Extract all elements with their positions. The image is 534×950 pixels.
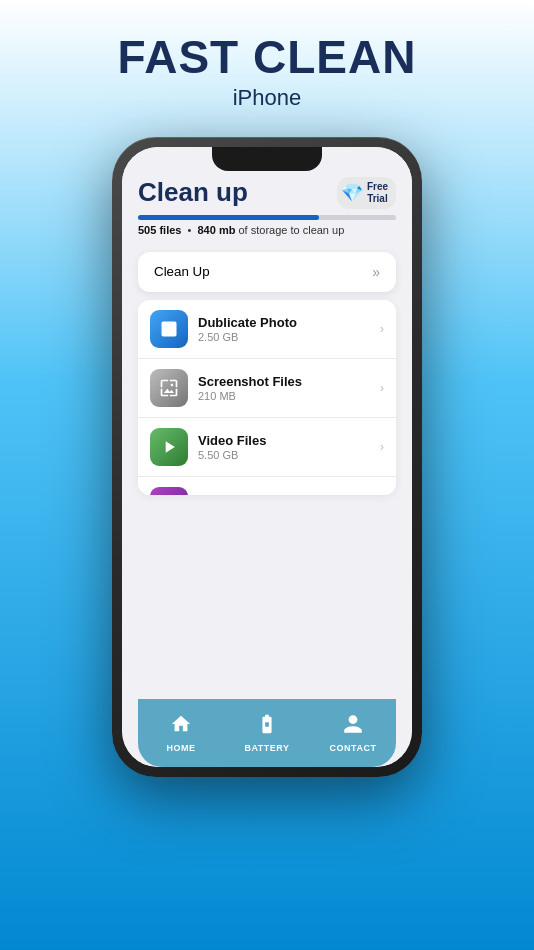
cleanup-button[interactable]: Clean Up »: [138, 252, 396, 292]
list-item-video[interactable]: Video Files 5.50 GB ›: [138, 418, 396, 477]
storage-suffix: of storage to clean up: [238, 224, 344, 236]
chevron-double-icon: »: [372, 264, 380, 280]
list-item-screenshot[interactable]: Screenshot Files 210 MB ›: [138, 359, 396, 418]
screen-content: Clean up 💎 FreeTrial 505 files • 840 mb …: [122, 147, 412, 767]
cleanup-button-label: Clean Up: [154, 264, 210, 279]
phone-notch: [212, 147, 322, 171]
screenshot-icon: [150, 369, 188, 407]
phone-mockup: Clean up 💎 FreeTrial 505 files • 840 mb …: [112, 137, 422, 777]
video-text: Video Files 5.50 GB: [198, 433, 380, 461]
free-trial-badge[interactable]: 💎 FreeTrial: [337, 177, 396, 209]
nav-home[interactable]: HOME: [138, 713, 224, 753]
free-trial-text: FreeTrial: [367, 181, 388, 205]
nav-battery[interactable]: BATTERY: [224, 713, 310, 753]
header: FAST CLEAN iPhone: [118, 0, 417, 127]
phone-inner: Clean up 💎 FreeTrial 505 files • 840 mb …: [122, 147, 412, 767]
screenshot-chevron: ›: [380, 381, 384, 395]
home-icon: [170, 713, 192, 741]
video-name: Video Files: [198, 433, 380, 448]
duplicate-photo-text: Dublicate Photo 2.50 GB: [198, 315, 380, 343]
progress-bar-fill: [138, 215, 319, 220]
nav-contact-label: CONTACT: [330, 743, 377, 753]
screenshot-name: Screenshot Files: [198, 374, 380, 389]
file-list: Dublicate Photo 2.50 GB › Screenshot Fil…: [138, 300, 396, 496]
page-subtitle: iPhone: [118, 85, 417, 111]
progress-bar-bg: [138, 215, 396, 220]
duplicate-photo-name: Dublicate Photo: [198, 315, 380, 330]
list-item-all-images[interactable]: All Images 1 GB ›: [138, 477, 396, 496]
battery-icon: [256, 713, 278, 741]
cleanup-button-wrap: Clean Up »: [122, 244, 412, 300]
storage-size: 840 mb: [198, 224, 236, 236]
list-item-duplicate-photo[interactable]: Dublicate Photo 2.50 GB ›: [138, 300, 396, 359]
nav-home-label: HOME: [167, 743, 196, 753]
screenshot-text: Screenshot Files 210 MB: [198, 374, 380, 402]
all-images-icon: [150, 487, 188, 496]
video-icon: [150, 428, 188, 466]
storage-files: 505 files: [138, 224, 181, 236]
duplicate-photo-size: 2.50 GB: [198, 331, 380, 343]
duplicate-photo-icon: [150, 310, 188, 348]
page-title: FAST CLEAN: [118, 32, 417, 83]
nav-contact[interactable]: CONTACT: [310, 713, 396, 753]
contact-icon: [342, 713, 364, 741]
screenshot-size: 210 MB: [198, 390, 380, 402]
app-title: Clean up: [138, 177, 248, 208]
diamond-icon: 💎: [341, 182, 363, 204]
video-size: 5.50 GB: [198, 449, 380, 461]
duplicate-photo-chevron: ›: [380, 322, 384, 336]
nav-battery-label: BATTERY: [245, 743, 290, 753]
storage-info: 505 files • 840 mb of storage to clean u…: [138, 224, 396, 236]
video-chevron: ›: [380, 440, 384, 454]
bottom-nav: HOME BATTERY CONTACT: [138, 699, 396, 767]
